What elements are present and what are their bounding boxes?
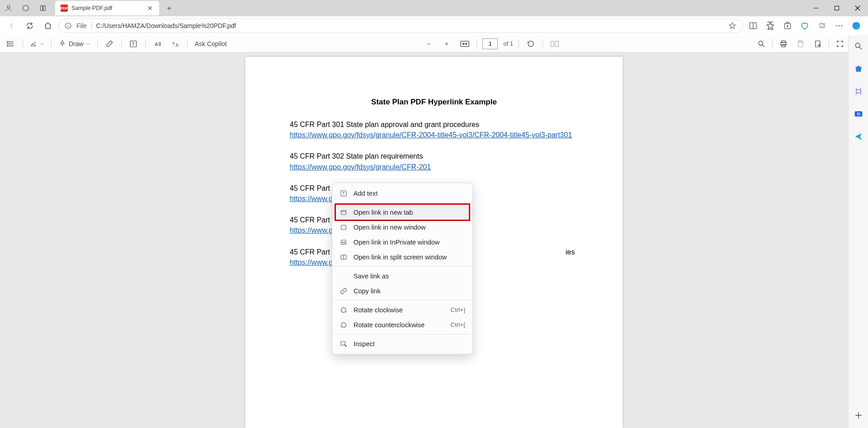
- favorite-star-icon[interactable]: [728, 22, 736, 30]
- svg-point-26: [7, 45, 8, 46]
- sidebar-add-icon[interactable]: [852, 409, 865, 422]
- svg-text:あ: あ: [175, 43, 179, 47]
- nav-refresh-button[interactable]: [22, 18, 38, 34]
- read-aloud-icon[interactable]: A: [151, 38, 164, 50]
- ctx-open-link-new-window[interactable]: Open link in new window: [332, 220, 472, 235]
- collections-icon[interactable]: [779, 18, 796, 34]
- save-icon[interactable]: [794, 38, 807, 50]
- reference-link[interactable]: https://www.gpo.gov/fdsys/granule/CFR-20…: [290, 131, 572, 139]
- ctx-save-link-as[interactable]: Save link as: [332, 268, 472, 283]
- split-screen-icon[interactable]: [745, 18, 761, 34]
- svg-line-55: [859, 47, 862, 50]
- svg-text:a: a: [172, 41, 175, 45]
- tab-title: Sample PDF.pdf: [71, 5, 143, 11]
- page-number-input[interactable]: [482, 38, 498, 49]
- svg-rect-35: [556, 41, 559, 47]
- browser-tab[interactable]: PDF Sample PDF.pdf ✕: [55, 1, 159, 15]
- ask-copilot-button[interactable]: Ask Copilot: [193, 38, 229, 50]
- tab-actions-icon[interactable]: [34, 0, 52, 16]
- find-icon[interactable]: [755, 38, 768, 50]
- reference-entry: 45 CFR Part 301 State plan approval and …: [290, 119, 578, 140]
- settings-menu-icon[interactable]: [831, 18, 847, 34]
- ctx-open-link-split[interactable]: Open link in split screen window: [332, 249, 472, 264]
- highlight-dropdown[interactable]: [28, 38, 46, 50]
- save-as-icon[interactable]: [811, 38, 824, 50]
- address-bar: File C:/Users/HAMZA/Downloads/Sample%20P…: [0, 16, 868, 35]
- context-menu: T Add text Open link in new tab Open lin…: [332, 183, 473, 354]
- profile-icon[interactable]: [0, 0, 17, 16]
- sidebar-tools-icon[interactable]: [852, 85, 865, 98]
- svg-point-24: [7, 41, 8, 42]
- svg-point-0: [7, 5, 10, 8]
- inspect-icon: [340, 340, 348, 348]
- window-maximize-button[interactable]: [826, 0, 847, 16]
- copilot-icon[interactable]: [848, 18, 864, 34]
- ctx-inspect[interactable]: Inspect: [332, 336, 472, 351]
- rotate-cw-icon: [340, 306, 348, 314]
- pdf-file-icon: PDF: [61, 5, 68, 12]
- sidebar-outlook-icon[interactable]: O: [852, 108, 865, 120]
- table-of-contents-icon[interactable]: [5, 38, 17, 50]
- inprivate-icon: [340, 238, 348, 246]
- print-icon[interactable]: [777, 38, 790, 50]
- add-text-icon[interactable]: T: [127, 38, 140, 50]
- close-tab-icon[interactable]: ✕: [146, 5, 154, 12]
- svg-point-54: [855, 43, 860, 47]
- favorites-icon[interactable]: [762, 18, 778, 34]
- new-tab-button[interactable]: ＋: [162, 1, 176, 15]
- extensions-icon[interactable]: [814, 18, 830, 34]
- fullscreen-icon[interactable]: [834, 38, 846, 50]
- zoom-in-button[interactable]: ＋: [440, 38, 453, 50]
- ctx-open-link-inprivate[interactable]: Open link in InPrivate window: [332, 235, 472, 249]
- nav-back-button[interactable]: [4, 18, 20, 34]
- window-minimize-button[interactable]: [806, 0, 826, 16]
- ctx-rotate-ccw[interactable]: Rotate counterclockwise Ctrl+[: [332, 317, 472, 332]
- site-info-icon[interactable]: [65, 22, 72, 29]
- svg-line-37: [762, 45, 764, 47]
- ctx-rotate-cw[interactable]: Rotate clockwise Ctrl+]: [332, 302, 472, 317]
- svg-text:A: A: [155, 41, 158, 47]
- svg-point-36: [759, 41, 763, 45]
- ctx-add-text[interactable]: T Add text: [332, 186, 472, 201]
- nav-home-button[interactable]: [40, 18, 56, 34]
- svg-rect-2: [43, 6, 46, 11]
- shortcut-label: Ctrl+[: [450, 321, 465, 328]
- new-window-icon: [340, 223, 348, 231]
- svg-point-20: [841, 25, 843, 27]
- health-icon[interactable]: [797, 18, 813, 34]
- ctx-open-link-new-tab[interactable]: Open link in new tab: [332, 205, 472, 220]
- sidebar-send-icon[interactable]: [852, 130, 865, 143]
- rotate-icon[interactable]: [524, 38, 537, 50]
- fit-width-icon[interactable]: [458, 38, 471, 50]
- page-view-icon[interactable]: [548, 38, 561, 50]
- svg-text:T: T: [342, 191, 345, 196]
- pdf-viewport[interactable]: State Plan PDF Hyperlink Example 45 CFR …: [0, 52, 868, 428]
- reference-link[interactable]: https://www.gpo.gov/fdsys/granule/CFR-20…: [290, 163, 431, 171]
- translate-icon[interactable]: aあ: [169, 38, 182, 50]
- svg-point-50: [344, 242, 345, 243]
- erase-icon[interactable]: [103, 38, 116, 50]
- svg-text:T: T: [132, 41, 135, 46]
- draw-dropdown[interactable]: Draw: [57, 38, 92, 50]
- svg-point-25: [7, 43, 8, 44]
- svg-rect-40: [782, 44, 785, 47]
- draw-label: Draw: [69, 40, 84, 47]
- url-scheme: File: [76, 22, 87, 29]
- window-close-button[interactable]: [847, 0, 868, 16]
- pdf-toolbar: Draw T A aあ Ask Copilot − ＋ of 1: [0, 35, 868, 52]
- window-titlebar: PDF Sample PDF.pdf ✕ ＋: [0, 0, 868, 16]
- ctx-copy-link[interactable]: Copy link: [332, 283, 472, 298]
- svg-text:O: O: [857, 112, 860, 116]
- omnibox[interactable]: File C:/Users/HAMZA/Downloads/Sample%20P…: [58, 19, 743, 33]
- svg-rect-4: [835, 6, 839, 10]
- svg-rect-1: [41, 6, 43, 11]
- shortcut-label: Ctrl+]: [450, 306, 465, 313]
- document-title: State Plan PDF Hyperlink Example: [290, 98, 578, 107]
- link-icon: [340, 287, 348, 295]
- workspaces-icon[interactable]: [17, 0, 34, 16]
- split-screen-icon: [340, 253, 348, 261]
- sidebar-shopping-icon[interactable]: [852, 62, 865, 75]
- add-text-icon: T: [340, 189, 348, 198]
- zoom-out-button[interactable]: −: [422, 38, 435, 50]
- sidebar-search-icon[interactable]: [852, 40, 865, 52]
